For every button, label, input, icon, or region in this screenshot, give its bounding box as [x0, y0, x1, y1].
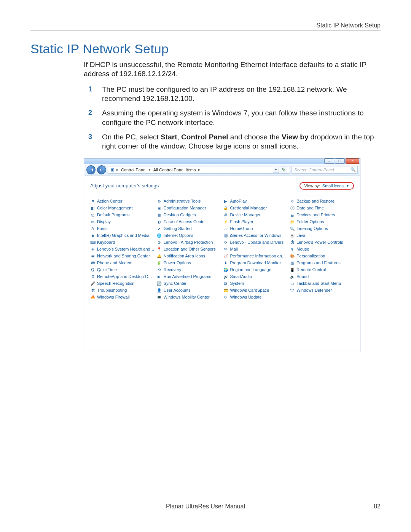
breadcrumb-item-all-items[interactable]: All Control Panel Items [153, 168, 196, 172]
control-panel-item[interactable]: AFonts [90, 226, 155, 232]
item-icon: 💻 [157, 295, 162, 300]
address-dropdown-button[interactable]: ▾ [273, 167, 279, 173]
item-icon: 🖥 [90, 274, 95, 279]
control-panel-item[interactable]: 🖥RemoteApp and Desktop Connections [90, 274, 155, 280]
nav-back-button[interactable] [86, 165, 96, 174]
item-label: Sound [296, 274, 309, 279]
control-panel-item[interactable]: 🖳System [223, 281, 288, 286]
control-panel-item[interactable]: 📍Location and Other Sensors [157, 246, 221, 252]
item-icon: ▭ [290, 281, 295, 286]
control-panel-item[interactable]: ▶AutoPlay [223, 198, 288, 204]
minimize-button[interactable]: – [324, 158, 334, 164]
subheader-divider [90, 195, 354, 195]
control-panel-item[interactable]: 🕒Date and Time [290, 205, 354, 211]
control-panel-item[interactable]: 🔍Indexing Options [290, 226, 354, 232]
control-panel-item[interactable]: ⌨Keyboard [90, 240, 155, 245]
control-panel-item[interactable]: ☕Java [290, 233, 354, 238]
control-panel-item[interactable]: 💻Windows Mobility Center [157, 294, 221, 300]
control-panel-item[interactable]: 🌐Internet Options [157, 233, 221, 238]
control-panel-item[interactable]: ⚙Administrative Tools [157, 198, 221, 204]
control-panel-item[interactable]: ⟳Lenovo - Update and Drivers [223, 240, 288, 245]
breadcrumb-item-control-panel[interactable]: Control Panel [121, 168, 147, 172]
item-icon: 🛠 [90, 288, 95, 293]
item-icon: ⬇ [223, 260, 228, 265]
control-panel-item[interactable]: ▶Run Advertised Programs [157, 274, 221, 280]
item-label: Windows CardSpace [230, 288, 269, 292]
item-icon: ⚡ [223, 219, 228, 224]
control-panel-item[interactable]: 🛠Troubleshooting [90, 288, 155, 293]
control-panel-item[interactable]: 🛡Windows Defender [290, 288, 354, 293]
control-panel-item[interactable]: 🎤Speech Recognition [90, 281, 155, 286]
control-panel-item[interactable]: 🖨Devices and Printers [290, 212, 354, 218]
control-panel-item[interactable]: ⚑Action Center [90, 198, 155, 204]
viewby-dropdown[interactable]: View by: Small icons ▼ [299, 182, 354, 190]
control-panel-item[interactable]: 🔈Sound [290, 274, 354, 280]
control-panel-item[interactable]: QQuickTime [90, 267, 155, 273]
control-panel-item[interactable]: 📱Remote Control [290, 267, 354, 273]
control-panel-item[interactable]: ↺Backup and Restore [290, 198, 354, 204]
control-panel-item[interactable]: ◎Default Programs [90, 212, 155, 218]
step-3-bold-control-panel: Control Panel [181, 133, 228, 141]
control-panel-item[interactable]: 🔒Credential Manager [223, 205, 288, 211]
control-panel-item[interactable]: 🔄Sync Center [157, 281, 221, 286]
control-panel-item[interactable]: ✚Lenovo's System Health and Diagno… [90, 246, 155, 252]
item-icon: ⌨ [90, 240, 95, 245]
item-label: Mail [230, 247, 238, 251]
item-icon: 📁 [290, 219, 295, 224]
control-panel-item[interactable]: 📈Performance Information and Tools [223, 253, 288, 259]
control-panel-item[interactable]: ⬇Program Download Monitor [223, 260, 288, 266]
item-label: Program Download Monitor [230, 260, 281, 265]
control-panel-item[interactable]: 💳Windows CardSpace [223, 288, 288, 293]
control-panel-item[interactable]: 🔔Notification Area Icons [157, 253, 221, 259]
control-panel-item[interactable]: 🔋Power Options [157, 260, 221, 266]
control-panel-item[interactable]: 🖱Mouse [290, 246, 354, 252]
blank-area [90, 300, 354, 346]
chevron-right-icon: ▸ [116, 167, 119, 172]
control-panel-item[interactable]: ⊘Lenovo - Airbag Protection [157, 240, 221, 245]
control-panel-item[interactable]: 🖶Device Manager [223, 212, 288, 218]
control-panel-item[interactable]: ⚡Flash Player [223, 219, 288, 225]
control-panel-item[interactable]: ◧Color Management [90, 205, 155, 211]
item-label: Performance Information and Tools [230, 254, 288, 258]
control-panel-item[interactable]: 🎨Personalization [290, 253, 354, 259]
control-panel-item[interactable]: ☎Phone and Modem [90, 260, 155, 266]
adjust-settings-heading: Adjust your computer's settings [90, 183, 159, 189]
control-panel-item[interactable]: ▥Programs and Features [290, 260, 354, 266]
close-button[interactable]: ✕ [346, 158, 359, 164]
control-panel-item[interactable]: ⏻Lenovo's Power Controls [290, 240, 354, 245]
refresh-button[interactable]: ↻ [280, 166, 287, 174]
control-panel-item[interactable]: ✉Mail [223, 246, 288, 252]
maximize-button[interactable]: ▢ [335, 158, 345, 164]
control-panel-item[interactable]: ▤iSeries Access for Windows [223, 233, 288, 238]
control-panel-item[interactable]: ⇄Network and Sharing Center [90, 253, 155, 259]
control-panel-item[interactable]: ▭Display [90, 219, 155, 225]
item-icon: ⚙ [157, 199, 162, 204]
control-panel-item[interactable]: ▭Taskbar and Start Menu [290, 281, 354, 286]
control-panel-item[interactable]: ⟳Windows Update [223, 294, 288, 300]
item-icon: ◐ [157, 219, 162, 224]
control-panel-item[interactable]: ◐Ease of Access Center [157, 219, 221, 225]
item-label: HomeGroup [230, 226, 253, 231]
nav-forward-button[interactable] [97, 165, 106, 174]
control-panel-item[interactable]: 🌍Region and Language [223, 267, 288, 273]
header-divider [30, 30, 381, 31]
viewby-label: View by: [304, 184, 320, 188]
control-panel-item[interactable]: ⌂HomeGroup [223, 226, 288, 232]
control-panel-item[interactable]: ⬈Getting Started [157, 226, 221, 232]
control-panel-item[interactable]: 👤User Accounts [157, 288, 221, 293]
control-panel-item[interactable]: ⟲Recovery [157, 267, 221, 273]
item-label: Java [296, 233, 305, 238]
address-bar[interactable]: ▣ ▸ Control Panel ▸ All Control Panel It… [108, 166, 290, 174]
control-panel-item[interactable]: 🔊SmartAudio [223, 274, 288, 280]
item-icon: ◎ [90, 212, 95, 217]
control-panel-item[interactable]: 📁Folder Options [290, 219, 354, 225]
control-panel-item[interactable]: 🔥Windows Firewall [90, 294, 155, 300]
item-label: Flash Player [230, 219, 253, 224]
item-label: Getting Started [164, 226, 192, 231]
control-panel-item[interactable]: ▦Desktop Gadgets [157, 212, 221, 218]
search-input[interactable]: Search Control Panel 🔍 [292, 166, 358, 174]
page-number: 82 [374, 503, 381, 510]
item-icon: ☕ [290, 233, 295, 238]
control-panel-item[interactable]: ▣Configuration Manager [157, 205, 221, 211]
control-panel-item[interactable]: ◆Intel(R) Graphics and Media [90, 233, 155, 238]
